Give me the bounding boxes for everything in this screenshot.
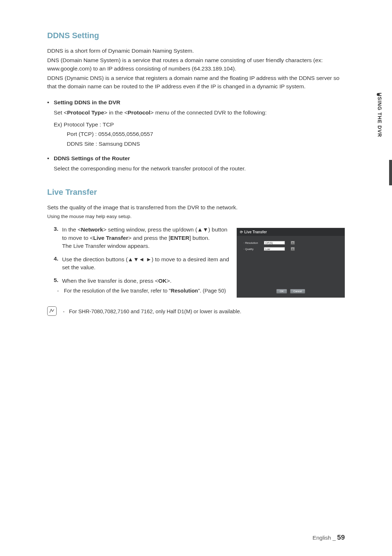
refresh-icon: ⟳ bbox=[240, 230, 243, 234]
side-tab-bar bbox=[389, 160, 392, 185]
live-transfer-dialog: ⟳ Live Transfer · Resolution CIF(S) ▼ · … bbox=[237, 228, 345, 298]
step-3-num: 3. bbox=[54, 226, 58, 250]
step-4-num: 4. bbox=[54, 255, 58, 272]
resolution-label: · Resolution bbox=[244, 241, 261, 245]
side-label: USING THE DVR bbox=[377, 93, 383, 137]
step-5-content: When the live transfer is done, press <O… bbox=[62, 277, 172, 285]
note-icon bbox=[47, 306, 57, 316]
live-subtitle: Using the mouse may help easy setup. bbox=[47, 214, 345, 219]
quality-label: · Quality bbox=[244, 247, 261, 251]
ddns-intro-3: DDNS (Dynamic DNS) is a service that reg… bbox=[47, 74, 345, 90]
chevron-down-icon[interactable]: ▼ bbox=[291, 247, 295, 251]
ex-line-2: Port (TCP) : 0554,0555,0556,0557 bbox=[54, 130, 345, 138]
ddns-intro-2: DNS (Domain Name System) is a service th… bbox=[47, 56, 345, 73]
note-text: For SHR-7080,7082,7160 and 7162, only Ha… bbox=[63, 306, 241, 315]
live-heading: Live Transfer bbox=[47, 188, 345, 197]
ddns-intro-1: DDNS is a short form of Dynamic Domain N… bbox=[47, 47, 345, 55]
ok-button[interactable]: OK bbox=[276, 289, 287, 294]
ddns-sub1-heading: Setting DDNS in the DVR bbox=[47, 99, 345, 106]
step-4-content: Use the direction buttons (▲▼◄ ►) to mov… bbox=[62, 255, 229, 272]
page-footer: English _59 bbox=[313, 533, 345, 541]
ddns-sub2-text: Select the corresponding menu for the ne… bbox=[54, 165, 345, 173]
dialog-header: ⟳ Live Transfer bbox=[237, 228, 344, 236]
ddns-heading: DDNS Setting bbox=[47, 31, 345, 40]
chevron-down-icon[interactable]: ▼ bbox=[291, 241, 295, 245]
resolution-note: For the resolution of the live transfer,… bbox=[47, 287, 229, 294]
step-5-num: 5. bbox=[54, 277, 58, 285]
live-intro: Sets the quality of the image that is tr… bbox=[47, 204, 345, 211]
ddns-sub1-text: Set <Protocol Type> in the <Protocol> me… bbox=[54, 109, 345, 117]
ex-line-1: Ex) Protocol Type : TCP bbox=[54, 121, 345, 129]
ex-line-3: DDNS Site : Samsung DDNS bbox=[54, 140, 345, 148]
resolution-dropdown[interactable]: CIF(S) bbox=[264, 241, 285, 245]
ddns-sub2-heading: DDNS Settings of the Router bbox=[47, 155, 345, 162]
step-3-content: In the <Network> setting window, press t… bbox=[62, 226, 229, 250]
cancel-button[interactable]: Cancel bbox=[290, 289, 305, 294]
quality-dropdown[interactable]: Low bbox=[264, 247, 285, 251]
